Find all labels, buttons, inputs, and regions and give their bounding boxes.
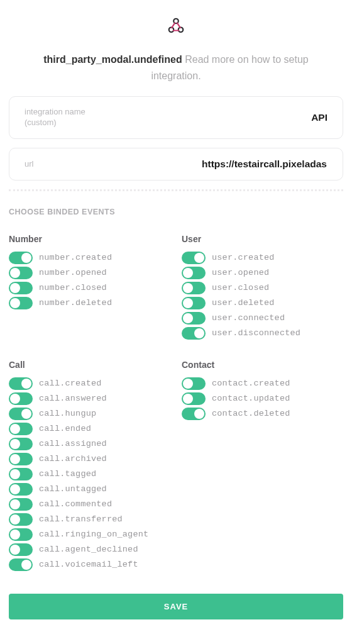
- event-toggle[interactable]: [9, 468, 33, 480]
- group-title: Number: [9, 234, 170, 244]
- event-row: number.opened: [9, 265, 170, 280]
- event-label: user.closed: [212, 283, 269, 292]
- toggle-knob: [10, 469, 20, 479]
- event-row: call.transferred: [9, 512, 170, 527]
- toggle-knob: [10, 514, 20, 525]
- event-label: contact.deleted: [212, 409, 290, 418]
- event-toggle[interactable]: [9, 423, 33, 435]
- toggle-knob: [194, 409, 204, 419]
- event-toggle[interactable]: [9, 513, 33, 526]
- event-toggle[interactable]: [182, 408, 206, 420]
- event-label: user.connected: [212, 313, 285, 323]
- divider: [9, 189, 343, 191]
- toggle-knob: [10, 439, 20, 449]
- event-toggle[interactable]: [182, 377, 206, 390]
- event-label: number.closed: [39, 283, 107, 292]
- event-row: call.voicemail_left: [9, 557, 170, 572]
- toggle-knob: [10, 268, 20, 278]
- integration-name-label: integration name (custom): [25, 107, 85, 128]
- toggle-knob: [21, 379, 31, 389]
- toggle-knob: [10, 394, 20, 404]
- url-input[interactable]: [202, 158, 327, 170]
- integration-name-field[interactable]: integration name (custom): [9, 96, 343, 139]
- event-label: call.commented: [39, 499, 112, 509]
- event-row: user.connected: [182, 311, 343, 326]
- event-label: number.deleted: [39, 298, 112, 308]
- event-row: call.created: [9, 376, 170, 391]
- event-row: call.tagged: [9, 467, 170, 482]
- event-label: user.disconnected: [212, 328, 300, 338]
- event-row: call.hungup: [9, 406, 170, 421]
- event-row: call.ended: [9, 421, 170, 436]
- event-toggle[interactable]: [9, 498, 33, 511]
- event-label: contact.updated: [212, 394, 290, 403]
- event-toggle[interactable]: [182, 312, 206, 325]
- event-group: Useruser.createduser.openeduser.closedus…: [182, 234, 343, 341]
- event-toggle[interactable]: [9, 408, 33, 420]
- toggle-knob: [10, 283, 20, 293]
- toggle-knob: [183, 379, 193, 389]
- event-row: call.ringing_on_agent: [9, 527, 170, 542]
- event-row: contact.updated: [182, 391, 343, 406]
- toggle-knob: [21, 560, 31, 570]
- toggle-knob: [183, 394, 193, 404]
- event-label: call.ended: [39, 424, 91, 433]
- event-row: number.closed: [9, 280, 170, 296]
- event-row: user.created: [182, 250, 343, 265]
- group-title: Call: [9, 360, 170, 370]
- url-field[interactable]: url: [9, 148, 343, 180]
- url-label: url: [25, 159, 33, 170]
- event-row: call.untagged: [9, 482, 170, 497]
- event-toggle[interactable]: [9, 267, 33, 279]
- event-toggle[interactable]: [9, 543, 33, 556]
- event-row: number.created: [9, 250, 170, 265]
- events-section-label: CHOOSE BINDED EVENTS: [9, 208, 343, 216]
- integration-name-input[interactable]: [202, 112, 327, 123]
- event-label: call.tagged: [39, 469, 96, 479]
- event-toggle[interactable]: [9, 297, 33, 309]
- event-row: user.closed: [182, 280, 343, 296]
- event-toggle[interactable]: [9, 252, 33, 264]
- event-group: Callcall.createdcall.answeredcall.hungup…: [9, 360, 170, 572]
- toggle-knob: [10, 484, 20, 494]
- event-label: user.created: [212, 253, 275, 262]
- group-title: User: [182, 234, 343, 244]
- event-label: call.voicemail_left: [39, 560, 138, 569]
- event-row: call.archived: [9, 452, 170, 467]
- toggle-knob: [21, 409, 31, 419]
- event-toggle[interactable]: [9, 392, 33, 405]
- event-label: call.untagged: [39, 484, 107, 494]
- header-text: third_party_modal.undefined Read more on…: [9, 43, 343, 96]
- event-toggle[interactable]: [182, 327, 206, 340]
- save-button[interactable]: SAVE: [9, 594, 343, 619]
- event-row: user.opened: [182, 265, 343, 280]
- event-toggle[interactable]: [182, 267, 206, 279]
- event-toggle[interactable]: [182, 252, 206, 264]
- event-toggle[interactable]: [9, 438, 33, 450]
- event-toggle[interactable]: [182, 392, 206, 405]
- webhook-icon: [167, 16, 185, 35]
- toggle-knob: [10, 545, 20, 555]
- event-toggle[interactable]: [9, 453, 33, 465]
- event-row: user.disconnected: [182, 326, 343, 341]
- event-toggle[interactable]: [9, 377, 33, 390]
- event-label: call.answered: [39, 394, 107, 403]
- event-row: number.deleted: [9, 296, 170, 311]
- event-row: contact.created: [182, 376, 343, 391]
- event-toggle[interactable]: [182, 282, 206, 294]
- event-label: call.hungup: [39, 409, 96, 418]
- event-row: call.agent_declined: [9, 542, 170, 557]
- toggle-knob: [183, 298, 193, 308]
- toggle-knob: [10, 298, 20, 308]
- event-toggle[interactable]: [9, 558, 33, 571]
- event-label: call.created: [39, 379, 102, 388]
- event-group: Contactcontact.createdcontact.updatedcon…: [182, 360, 343, 572]
- event-label: user.opened: [212, 268, 269, 277]
- modal-title: third_party_modal.undefined: [43, 54, 182, 65]
- event-toggle[interactable]: [9, 483, 33, 496]
- event-label: number.opened: [39, 268, 107, 277]
- event-label: user.deleted: [212, 298, 275, 308]
- event-toggle[interactable]: [182, 297, 206, 309]
- event-toggle[interactable]: [9, 528, 33, 541]
- event-toggle[interactable]: [9, 282, 33, 294]
